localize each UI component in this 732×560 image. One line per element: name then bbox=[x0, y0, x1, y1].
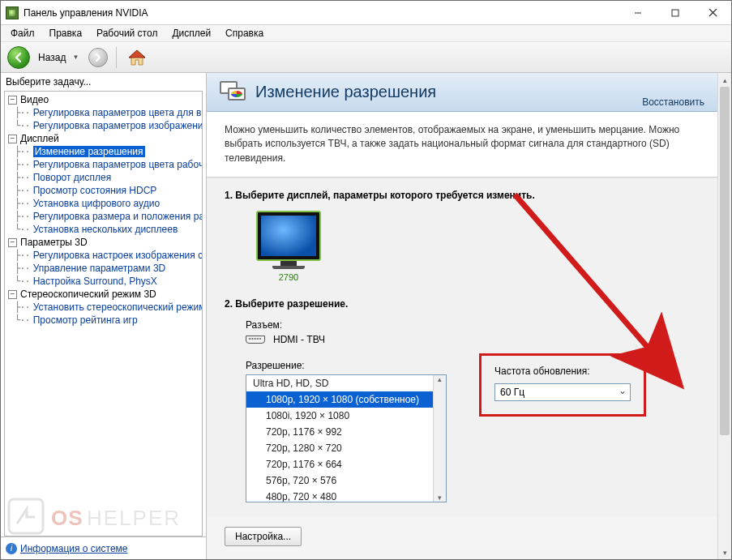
menu-edit[interactable]: Правка bbox=[43, 26, 89, 41]
scroll-down-icon[interactable]: ▾ bbox=[718, 545, 731, 559]
page-header: Изменение разрешения Восстановить bbox=[207, 73, 717, 112]
info-icon: i bbox=[6, 543, 17, 554]
collapse-icon[interactable]: − bbox=[8, 96, 17, 105]
system-info-link[interactable]: Информация о системе bbox=[20, 543, 127, 554]
tree-item-change-resolution[interactable]: ├··Изменение разрешения bbox=[5, 145, 202, 158]
scroll-up-icon[interactable]: ▴ bbox=[718, 73, 731, 87]
step-1-heading: 1. Выберите дисплей, параметры которого … bbox=[225, 190, 700, 201]
titlebar: Панель управления NVIDIA bbox=[1, 1, 731, 25]
tree-item[interactable]: ├··Регулировка размера и положения рабо bbox=[5, 210, 202, 223]
resolution-option[interactable]: 576p, 720 × 576 bbox=[246, 472, 446, 489]
page-title: Изменение разрешения bbox=[255, 83, 632, 101]
restore-link[interactable]: Восстановить bbox=[642, 96, 704, 108]
maximize-button[interactable] bbox=[657, 1, 694, 24]
tree-group-3d[interactable]: − Параметры 3D bbox=[5, 236, 202, 249]
svg-rect-1 bbox=[672, 10, 678, 16]
resolution-icon bbox=[220, 81, 246, 104]
home-button[interactable] bbox=[125, 45, 149, 70]
connector-value: HDMI - ТВЧ bbox=[273, 334, 325, 345]
toolbar: Назад ▼ bbox=[1, 42, 731, 73]
settings-bar: Настройка... bbox=[207, 517, 717, 556]
minimize-button[interactable] bbox=[619, 1, 657, 24]
sidebar-heading: Выберите задачу... bbox=[1, 73, 206, 91]
app-window: Панель управления NVIDIA Файл Правка Раб… bbox=[0, 0, 732, 560]
resolution-group: Ultra HD, HD, SD bbox=[246, 375, 446, 391]
svg-marker-5 bbox=[129, 50, 145, 58]
system-info-bar: i Информация о системе bbox=[1, 536, 206, 559]
tree-item[interactable]: ├··Установить стереоскопический режим 3 bbox=[5, 301, 202, 314]
close-button[interactable] bbox=[694, 1, 731, 24]
step-2-heading: 2. Выберите разрешение. bbox=[225, 298, 700, 310]
scroll-thumb[interactable] bbox=[720, 87, 730, 435]
tree-item[interactable]: ├··Регулировка параметров цвета рабочег bbox=[5, 158, 202, 171]
resolution-option[interactable]: 1080p, 1920 × 1080 (собственное) bbox=[246, 391, 446, 408]
window-controls bbox=[619, 1, 731, 24]
menubar: Файл Правка Рабочий стол Дисплей Справка bbox=[1, 25, 731, 42]
step-1-panel: 1. Выберите дисплей, параметры которого … bbox=[207, 177, 717, 517]
main-panel: Изменение разрешения Восстановить Можно … bbox=[207, 73, 731, 559]
menu-display[interactable]: Дисплей bbox=[165, 26, 217, 41]
back-dropdown-icon[interactable]: ▼ bbox=[72, 53, 79, 61]
forward-button[interactable] bbox=[88, 48, 108, 67]
collapse-icon[interactable]: − bbox=[8, 135, 17, 143]
tree-item[interactable]: ├··Регулировка параметров цвета для вид bbox=[5, 106, 202, 119]
hdmi-icon bbox=[246, 336, 265, 344]
back-button[interactable] bbox=[7, 46, 30, 69]
tree-item[interactable]: ├··Просмотр состояния HDCP bbox=[5, 184, 202, 197]
tree-group-video[interactable]: − Видео bbox=[5, 93, 202, 106]
resolution-option[interactable]: 1080i, 1920 × 1080 bbox=[246, 408, 446, 424]
intro-text: Можно уменьшить количество элементов, от… bbox=[207, 112, 717, 177]
listbox-scrollbar[interactable] bbox=[433, 375, 446, 502]
tree-item[interactable]: └··Установка нескольких дисплеев bbox=[5, 223, 202, 236]
collapse-icon[interactable]: − bbox=[8, 238, 17, 247]
task-tree[interactable]: − Видео ├··Регулировка параметров цвета … bbox=[4, 91, 203, 536]
resolution-option[interactable]: 480p, 720 × 480 bbox=[246, 489, 446, 502]
sidebar: Выберите задачу... − Видео ├··Регулировк… bbox=[1, 73, 207, 559]
display-thumbnail[interactable]: 2790 bbox=[252, 211, 325, 282]
body: Выберите задачу... − Видео ├··Регулировк… bbox=[1, 73, 731, 559]
resolution-option[interactable]: 720p, 1280 × 720 bbox=[246, 440, 446, 456]
refresh-rate-value: 60 Гц bbox=[500, 387, 524, 398]
tree-item[interactable]: └··Просмотр рейтинга игр bbox=[5, 314, 202, 327]
main-scrollbar[interactable]: ▴ ▾ bbox=[717, 73, 731, 559]
tree-item[interactable]: ├··Установка цифрового аудио bbox=[5, 197, 202, 210]
nvidia-icon bbox=[6, 6, 19, 19]
refresh-rate-highlight: Частота обновления: 60 Гц bbox=[479, 353, 646, 417]
menu-desktop[interactable]: Рабочий стол bbox=[90, 26, 164, 41]
menu-help[interactable]: Справка bbox=[219, 26, 270, 41]
resolution-label: Разрешение: bbox=[246, 360, 447, 371]
connector-label: Разъем: bbox=[246, 319, 700, 331]
display-name: 2790 bbox=[252, 272, 325, 282]
resolution-listbox[interactable]: Ultra HD, HD, SD 1080p, 1920 × 1080 (соб… bbox=[246, 374, 447, 502]
window-title: Панель управления NVIDIA bbox=[24, 7, 619, 19]
tree-item[interactable]: ├··Поворот дисплея bbox=[5, 171, 202, 184]
collapse-icon[interactable]: − bbox=[8, 290, 17, 299]
tree-group-stereo[interactable]: − Стереоскопический режим 3D bbox=[5, 288, 202, 301]
back-label: Назад bbox=[38, 52, 66, 63]
refresh-rate-combo[interactable]: 60 Гц bbox=[494, 383, 631, 401]
toolbar-separator bbox=[116, 47, 117, 68]
resolution-option[interactable]: 720p, 1176 × 992 bbox=[246, 424, 446, 440]
tree-item[interactable]: └··Настройка Surround, PhysX bbox=[5, 275, 202, 288]
tree-item[interactable]: ├··Управление параметрами 3D bbox=[5, 262, 202, 275]
connector-row: HDMI - ТВЧ bbox=[246, 334, 700, 345]
tree-group-display[interactable]: − Дисплей bbox=[5, 132, 202, 145]
customize-button[interactable]: Настройка... bbox=[225, 527, 302, 546]
tree-item[interactable]: ├··Регулировка настроек изображения с пр bbox=[5, 249, 202, 262]
tree-item[interactable]: └··Регулировка параметров изображения д bbox=[5, 119, 202, 132]
refresh-rate-label: Частота обновления: bbox=[494, 365, 631, 377]
resolution-option[interactable]: 720p, 1176 × 664 bbox=[246, 456, 446, 472]
menu-file[interactable]: Файл bbox=[4, 26, 41, 41]
